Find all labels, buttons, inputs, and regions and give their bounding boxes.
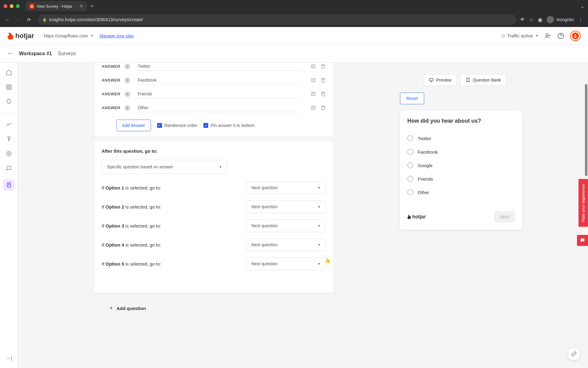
preview-radio-option[interactable]: Twitter (407, 132, 515, 145)
header-right: Traffic active ▼ (502, 31, 581, 41)
highlights-icon[interactable] (5, 98, 13, 105)
answer-input[interactable] (137, 63, 301, 71)
svg-point-0 (546, 33, 548, 36)
answer-number-badge: 2 (124, 63, 130, 70)
reset-button[interactable]: Reset (400, 93, 424, 104)
answer-actions (311, 78, 326, 83)
option-condition-text: If Option 2 is selected, go to: (102, 204, 161, 209)
scrollbar-thumb[interactable] (585, 84, 587, 176)
preview-radio-option[interactable]: Other (407, 186, 515, 199)
comment-icon[interactable] (311, 105, 316, 111)
recordings-icon[interactable] (5, 150, 13, 157)
option-goto-select[interactable]: Next question ▼ (246, 257, 326, 270)
share-link-button[interactable] (567, 347, 581, 361)
trash-icon[interactable] (320, 64, 326, 69)
dashboard-icon[interactable] (5, 83, 13, 91)
hotjar-logo-text: hotjar (15, 32, 34, 40)
manage-plan-link[interactable]: Manage your plan (100, 33, 134, 38)
add-question-label: Add question (117, 306, 146, 311)
incognito-badge[interactable]: Incognito (547, 16, 574, 23)
maximize-window-button[interactable] (16, 4, 20, 8)
workspace-name[interactable]: Workspace #1 (19, 51, 52, 56)
close-tab-icon[interactable]: ✕ (79, 3, 83, 9)
preview-panel: Preview Question Bank Reset How did you … (398, 63, 532, 230)
answer-label: ANSWER (102, 92, 121, 96)
status-dot-icon (502, 34, 505, 37)
incognito-icon (547, 16, 554, 23)
reload-button[interactable]: ⟳ (27, 17, 34, 23)
feedback-icon-button[interactable] (577, 235, 588, 246)
answer-actions (311, 64, 326, 69)
address-bar-icons: 👁 ☆ ▣ Incognito ⋮ (520, 16, 583, 23)
add-answer-button[interactable]: Add Answer (116, 120, 151, 131)
chevron-down-icon: ▼ (318, 205, 321, 209)
answer-label: ANSWER (102, 105, 121, 110)
comment-icon[interactable] (311, 91, 316, 97)
svg-rect-4 (9, 85, 11, 87)
answer-number-badge: 3 (124, 77, 130, 83)
svg-rect-6 (9, 88, 11, 90)
comment-icon[interactable] (311, 78, 316, 83)
trash-icon[interactable] (320, 78, 326, 83)
extensions-icon[interactable]: ▣ (538, 17, 542, 23)
svg-rect-12 (311, 92, 315, 96)
collapse-sidebar-icon[interactable]: →| (5, 355, 13, 362)
chevron-down-icon: ▼ (219, 165, 222, 169)
minimize-window-button[interactable] (10, 4, 13, 8)
new-tab-button[interactable]: + (91, 3, 93, 9)
preview-option-label: Friends (418, 176, 433, 182)
address-bar[interactable]: 🔒 insights.hotjar.com/sites/3090413/surv… (38, 14, 516, 25)
site-selector[interactable]: https://snapflows.com ▼ (44, 33, 93, 38)
trash-icon[interactable] (320, 105, 326, 111)
back-button[interactable]: ← (5, 17, 12, 22)
url-text: insights.hotjar.com/sites/3090413/survey… (49, 17, 143, 22)
chevron-down-icon: ▼ (318, 224, 321, 228)
feedback-nav-icon[interactable] (5, 165, 13, 172)
preview-option-label: Facebook (418, 149, 438, 155)
option-goto-select[interactable]: Next question ▼ (246, 238, 326, 251)
traffic-status[interactable]: Traffic active ▼ (502, 33, 538, 38)
hotjar-logo[interactable]: hotjar (7, 32, 34, 40)
close-window-button[interactable] (4, 4, 7, 8)
answer-input[interactable] (137, 103, 301, 112)
randomize-checkbox-group[interactable]: ✓ Randomize order (157, 123, 197, 128)
preview-radio-option[interactable]: Facebook (407, 145, 515, 159)
preview-hotjar-logo[interactable]: hotjar (407, 214, 426, 220)
surveys-breadcrumb[interactable]: Surveys (58, 51, 76, 56)
eye-off-icon[interactable]: 👁 (520, 17, 525, 22)
funnels-icon[interactable] (5, 135, 13, 143)
trash-icon[interactable] (320, 91, 326, 97)
preview-button[interactable]: Preview (424, 74, 457, 86)
help-icon[interactable] (557, 33, 564, 39)
logic-main-select[interactable]: Specific question based on answer ▼ (102, 160, 227, 174)
option-goto-select[interactable]: Next question ▼ (246, 219, 326, 232)
preview-radio-option[interactable]: Google (407, 159, 515, 172)
trends-icon[interactable] (5, 121, 13, 128)
back-arrow-button[interactable]: ← (7, 50, 13, 57)
option-goto-select[interactable]: Next question ▼ (246, 200, 326, 213)
option-condition-text: If Option 3 is selected, go to: (102, 223, 161, 228)
chevron-down-icon: ▼ (90, 34, 93, 37)
answer-number-badge: 5 (124, 105, 130, 111)
browser-tab[interactable]: New Survey - Hotjar ✕ (26, 1, 87, 11)
answer-input[interactable] (137, 90, 301, 98)
browser-menu-icon[interactable]: ⋮ (578, 17, 583, 23)
comment-icon[interactable] (311, 64, 316, 69)
surveys-nav-icon[interactable] (3, 179, 14, 190)
tab-list-dropdown-icon[interactable]: ⌄ (580, 3, 584, 9)
invite-user-icon[interactable] (545, 33, 551, 39)
answer-input[interactable] (137, 76, 301, 85)
option-goto-select[interactable]: Next question ▼ (246, 181, 326, 194)
option-select-value: Next question (251, 242, 278, 247)
add-question-button[interactable]: + Add question (94, 305, 333, 312)
preview-radio-option[interactable]: Friends (407, 172, 515, 186)
home-icon[interactable] (5, 69, 13, 76)
pin-checkbox-group[interactable]: ✓ Pin answer 5 to bottom (203, 123, 254, 128)
user-avatar[interactable] (570, 31, 581, 41)
lock-icon: 🔒 (42, 17, 47, 22)
preview-buttons-row: Preview Question Bank (398, 74, 532, 86)
question-bank-button[interactable]: Question Bank (460, 74, 506, 86)
feedback-tab[interactable]: Rate your experience (579, 179, 588, 227)
option-select-value: Next question (251, 223, 278, 228)
star-icon[interactable]: ☆ (529, 17, 533, 23)
